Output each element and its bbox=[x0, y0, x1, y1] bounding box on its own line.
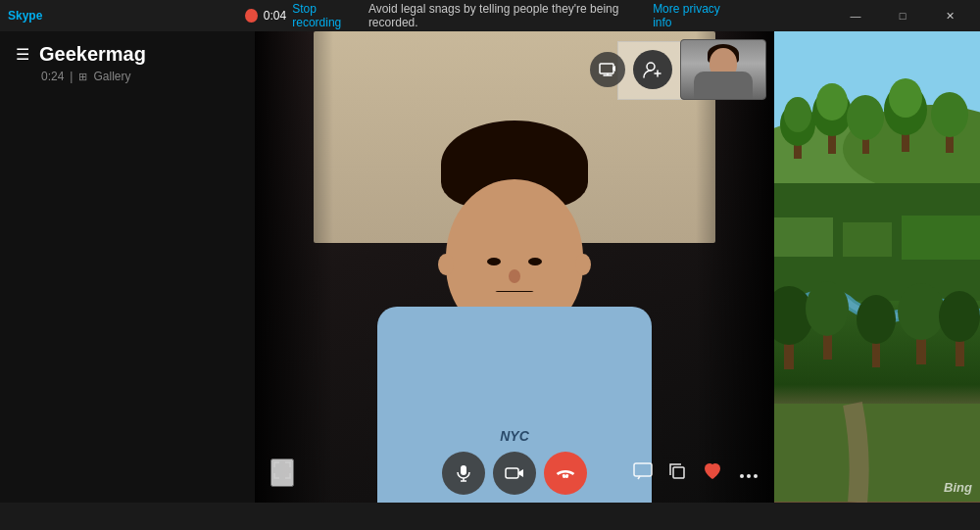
sidebar-header: ☰ Geekermag bbox=[16, 43, 239, 66]
eye-left bbox=[487, 258, 501, 265]
svg-point-40 bbox=[898, 283, 945, 340]
screen-share-button[interactable] bbox=[590, 52, 625, 87]
recording-info: 0:04 Stop recording Avoid legal snags by… bbox=[245, 2, 735, 29]
call-controls-center bbox=[442, 452, 587, 495]
app-logo: Skype bbox=[8, 9, 42, 23]
bing-watermark: Bing bbox=[944, 480, 972, 495]
end-call-icon bbox=[555, 467, 576, 479]
svg-rect-32 bbox=[902, 216, 980, 260]
recording-time: 0:04 bbox=[264, 9, 286, 23]
recording-dot bbox=[245, 9, 258, 23]
chat-icon bbox=[633, 462, 653, 480]
svg-rect-2 bbox=[461, 465, 466, 475]
heart-icon bbox=[702, 461, 723, 481]
hamburger-icon[interactable]: ☰ bbox=[16, 45, 29, 64]
add-person-icon bbox=[643, 61, 662, 78]
svg-point-42 bbox=[939, 291, 980, 342]
svg-rect-6 bbox=[563, 474, 566, 479]
svg-point-23 bbox=[847, 95, 884, 140]
thumb-body bbox=[694, 72, 753, 99]
add-person-button[interactable] bbox=[633, 50, 672, 89]
sidebar: ☰ Geekermag 0:24 | ⊞ Gallery bbox=[0, 31, 255, 503]
notification-text: Avoid legal snags by telling people they… bbox=[368, 2, 647, 29]
svg-point-1 bbox=[647, 63, 655, 71]
svg-rect-9 bbox=[673, 467, 684, 478]
end-call-button[interactable] bbox=[544, 452, 587, 495]
title-bar-left: Skype bbox=[8, 9, 42, 23]
call-controls-right bbox=[633, 461, 759, 486]
chat-button[interactable] bbox=[633, 462, 653, 485]
svg-point-12 bbox=[754, 474, 758, 478]
video-area: NYC bbox=[255, 31, 774, 503]
svg-point-10 bbox=[740, 474, 744, 478]
minimize-button[interactable]: — bbox=[833, 0, 878, 31]
shirt-text: NYC bbox=[500, 428, 529, 444]
svg-point-38 bbox=[857, 295, 896, 344]
ear-right bbox=[575, 254, 591, 275]
shadow-left bbox=[255, 31, 333, 503]
svg-rect-31 bbox=[843, 222, 892, 257]
screen-icon bbox=[599, 63, 616, 76]
title-bar: Skype 0:04 Stop recording Avoid legal sn… bbox=[0, 0, 980, 31]
microphone-icon bbox=[455, 464, 472, 482]
svg-point-21 bbox=[816, 83, 848, 120]
mute-button[interactable] bbox=[442, 452, 485, 495]
copy-icon bbox=[668, 462, 686, 480]
svg-rect-5 bbox=[506, 468, 518, 478]
shadow-right bbox=[696, 31, 774, 503]
more-button[interactable] bbox=[739, 463, 759, 484]
nose bbox=[509, 269, 520, 283]
wallpaper-area: Bing bbox=[774, 31, 980, 503]
more-icon bbox=[739, 473, 759, 479]
svg-point-18 bbox=[784, 97, 811, 132]
svg-rect-7 bbox=[565, 474, 569, 479]
call-duration: 0:24 bbox=[41, 70, 64, 83]
contact-name: Geekermag bbox=[39, 43, 146, 66]
separator: | bbox=[70, 70, 73, 83]
gallery-icon: ⊞ bbox=[78, 71, 87, 83]
bottom-controls bbox=[255, 444, 774, 503]
svg-point-36 bbox=[806, 281, 849, 336]
main-video: NYC bbox=[255, 31, 774, 503]
svg-point-11 bbox=[747, 474, 751, 478]
close-button[interactable]: ✕ bbox=[927, 0, 972, 31]
react-button[interactable] bbox=[702, 461, 723, 486]
stop-recording-link[interactable]: Stop recording bbox=[292, 2, 363, 29]
maximize-button[interactable]: □ bbox=[880, 0, 925, 31]
window-controls: — □ ✕ bbox=[833, 0, 972, 31]
copy-button[interactable] bbox=[668, 462, 686, 485]
eye-right bbox=[528, 258, 542, 265]
privacy-link[interactable]: More privacy info bbox=[653, 2, 735, 29]
camera-icon bbox=[505, 465, 524, 481]
svg-point-26 bbox=[889, 78, 922, 118]
svg-point-28 bbox=[931, 92, 968, 137]
camera-button[interactable] bbox=[493, 452, 536, 495]
svg-rect-30 bbox=[774, 217, 833, 257]
call-info: 0:24 | ⊞ Gallery bbox=[41, 70, 239, 83]
gallery-label: Gallery bbox=[93, 70, 130, 83]
thumbnail-person bbox=[681, 40, 765, 99]
landscape-svg bbox=[774, 31, 980, 503]
thumbnail-video bbox=[680, 39, 766, 100]
svg-rect-0 bbox=[600, 64, 613, 73]
ear-left bbox=[438, 254, 454, 275]
main-content: ☰ Geekermag 0:24 | ⊞ Gallery bbox=[0, 31, 980, 503]
svg-rect-8 bbox=[634, 463, 652, 476]
video-top-controls bbox=[590, 39, 766, 100]
